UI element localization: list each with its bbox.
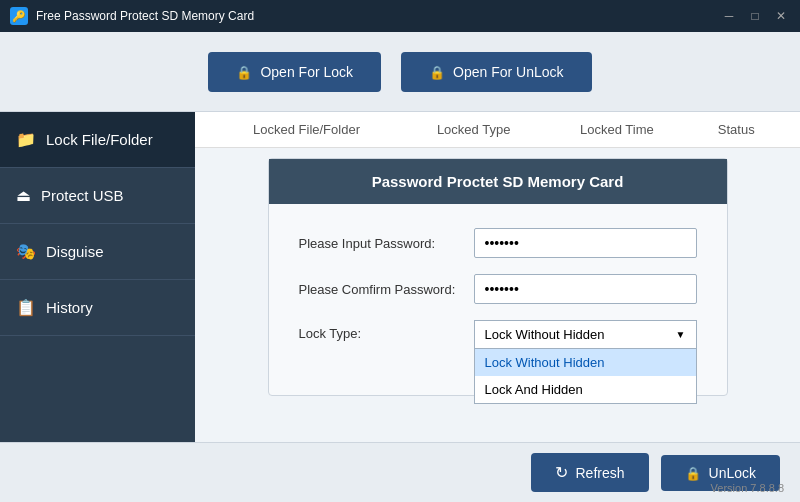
dialog-overlay: Password Proctet SD Memory Card Please I…	[195, 148, 800, 442]
lock-type-select[interactable]: Lock Without Hidden ▼	[474, 320, 697, 349]
table-header: Locked File/Folder Locked Type Locked Ti…	[195, 112, 800, 148]
col-locked-time: Locked Time	[545, 122, 688, 137]
confirm-password-input[interactable]	[474, 274, 697, 304]
mask-icon	[16, 242, 36, 261]
close-button[interactable]: ✕	[772, 7, 790, 25]
history-icon	[16, 298, 36, 317]
password-row: Please Input Password:	[299, 228, 697, 258]
dialog-header: Password Proctet SD Memory Card	[269, 159, 727, 204]
refresh-label: Refresh	[576, 465, 625, 481]
unlock-icon	[429, 64, 445, 80]
lock-type-label: Lock Type:	[299, 320, 474, 341]
lock-type-select-container: Lock Without Hidden ▼ Lock Without Hidde…	[474, 320, 697, 349]
main-layout: Lock File/Folder Protect USB Disguise Hi…	[0, 112, 800, 442]
lock-type-selected-value: Lock Without Hidden	[485, 327, 676, 342]
lock-type-dropdown: Lock Without Hidden Lock And Hidden	[474, 349, 697, 404]
open-for-unlock-label: Open For UnLock	[453, 64, 564, 80]
dialog-title: Password Proctet SD Memory Card	[372, 173, 624, 190]
password-input[interactable]	[474, 228, 697, 258]
minimize-button[interactable]: ─	[720, 7, 738, 25]
folder-icon	[16, 130, 36, 149]
col-status: Status	[689, 122, 785, 137]
unlock-btn-icon	[685, 465, 701, 481]
version-text: Version 7.8.8.8	[711, 482, 784, 494]
sidebar-label-protect-usb: Protect USB	[41, 187, 124, 204]
confirm-password-label: Please Comfirm Password:	[299, 282, 474, 297]
open-for-lock-label: Open For Lock	[260, 64, 353, 80]
password-label: Please Input Password:	[299, 236, 474, 251]
open-for-unlock-button[interactable]: Open For UnLock	[401, 52, 592, 92]
col-locked-type: Locked Type	[402, 122, 545, 137]
app-icon: 🔑	[10, 7, 28, 25]
maximize-button[interactable]: □	[746, 7, 764, 25]
open-for-lock-button[interactable]: Open For Lock	[208, 52, 381, 92]
dialog-body: Please Input Password: Please Comfirm Pa…	[269, 204, 727, 395]
confirm-password-row: Please Comfirm Password:	[299, 274, 697, 304]
title-bar: 🔑 Free Password Protect SD Memory Card ─…	[0, 0, 800, 32]
window-controls: ─ □ ✕	[720, 7, 790, 25]
lock-icon	[236, 64, 252, 80]
sidebar-label-lock-file: Lock File/Folder	[46, 131, 153, 148]
password-dialog: Password Proctet SD Memory Card Please I…	[268, 158, 728, 396]
option-lock-and-hidden[interactable]: Lock And Hidden	[475, 376, 696, 403]
col-locked-file: Locked File/Folder	[211, 122, 402, 137]
sidebar-label-disguise: Disguise	[46, 243, 104, 260]
bottom-bar: Refresh UnLock Version 7.8.8.8	[0, 442, 800, 502]
sidebar: Lock File/Folder Protect USB Disguise Hi…	[0, 112, 195, 442]
sidebar-item-protect-usb[interactable]: Protect USB	[0, 168, 195, 224]
sidebar-label-history: History	[46, 299, 93, 316]
sidebar-item-lock-file-folder[interactable]: Lock File/Folder	[0, 112, 195, 168]
usb-icon	[16, 186, 31, 205]
lock-type-row: Lock Type: Lock Without Hidden ▼ Lock Wi…	[299, 320, 697, 349]
refresh-button[interactable]: Refresh	[531, 453, 649, 492]
app-title: Free Password Protect SD Memory Card	[36, 9, 720, 23]
content-area: Locked File/Folder Locked Type Locked Ti…	[195, 112, 800, 442]
chevron-down-icon: ▼	[676, 329, 686, 340]
unlock-label: UnLock	[709, 465, 756, 481]
refresh-icon	[555, 463, 568, 482]
option-lock-without-hidden[interactable]: Lock Without Hidden	[475, 349, 696, 376]
sidebar-item-disguise[interactable]: Disguise	[0, 224, 195, 280]
toolbar: Open For Lock Open For UnLock	[0, 32, 800, 112]
sidebar-item-history[interactable]: History	[0, 280, 195, 336]
